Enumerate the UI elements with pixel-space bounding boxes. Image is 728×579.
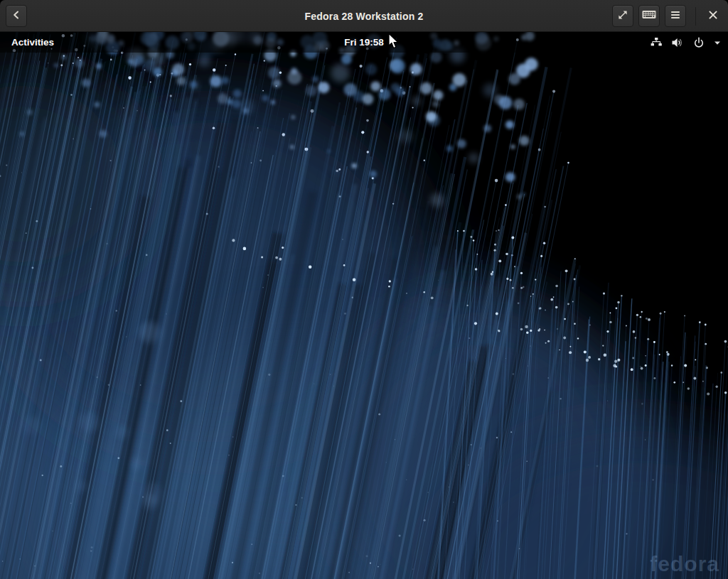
keyboard-icon xyxy=(641,9,657,23)
power-icon xyxy=(693,37,705,48)
titlebar: Fedora 28 Workstation 2 xyxy=(0,0,728,32)
guest-desktop: Activities Fri 19:58 xyxy=(0,32,728,579)
menu-button[interactable] xyxy=(665,5,686,27)
wired-network-icon xyxy=(651,37,662,48)
titlebar-separator xyxy=(695,7,696,26)
clock-area: Fri 19:58 xyxy=(0,37,728,48)
close-button[interactable] xyxy=(704,5,722,27)
clock-label[interactable]: Fri 19:58 xyxy=(340,37,388,48)
fullscreen-arrows-icon xyxy=(616,8,630,25)
hamburger-menu-icon xyxy=(669,9,682,24)
activities-button[interactable]: Activities xyxy=(9,37,57,48)
fullscreen-button[interactable] xyxy=(612,5,633,27)
back-button[interactable] xyxy=(6,5,27,27)
fedora-watermark: fedora xyxy=(650,552,719,576)
volume-icon xyxy=(671,37,684,48)
close-icon xyxy=(707,9,719,23)
vm-viewer-window: Fedora 28 Workstation 2 xyxy=(0,0,728,579)
chevron-down-icon xyxy=(714,40,721,45)
system-tray[interactable] xyxy=(651,32,721,53)
desktop-wallpaper xyxy=(0,32,728,579)
chevron-left-icon xyxy=(10,9,23,24)
titlebar-controls xyxy=(612,5,722,27)
gnome-top-bar: Activities Fri 19:58 xyxy=(0,32,728,53)
keyboard-button[interactable] xyxy=(638,5,660,27)
